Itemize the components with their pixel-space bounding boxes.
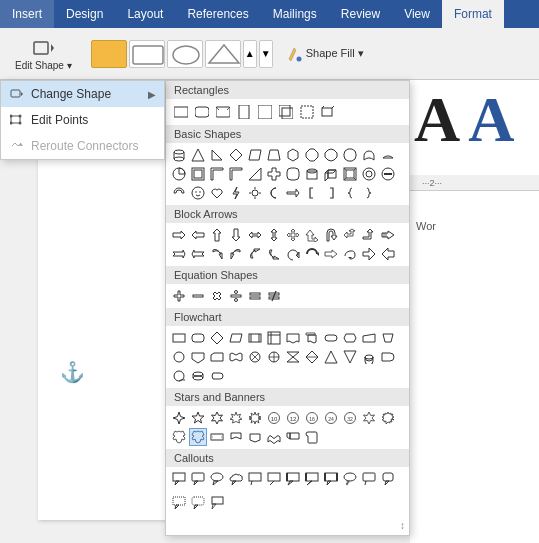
shape-bracketleft[interactable] [303, 184, 321, 202]
arrow-r3b[interactable] [379, 245, 397, 263]
arrow-bent-up[interactable] [303, 226, 321, 244]
shape-lightning[interactable] [227, 184, 245, 202]
rect-7[interactable] [298, 103, 316, 121]
arrow-right-block[interactable] [170, 226, 188, 244]
shape-12gon[interactable] [341, 146, 359, 164]
shape-brace-left[interactable] [341, 184, 359, 202]
shape-brace-right[interactable] [360, 184, 378, 202]
shape-sun[interactable] [246, 184, 264, 202]
flow-manual-input[interactable] [360, 329, 378, 347]
callout-rect[interactable] [170, 470, 188, 488]
shape-noentry[interactable] [379, 165, 397, 183]
shape-frame[interactable] [189, 165, 207, 183]
shape-triangle[interactable] [189, 146, 207, 164]
shape-trapezoid[interactable] [265, 146, 283, 164]
callout-rect-line[interactable] [360, 470, 378, 488]
flow-multidoc[interactable] [303, 329, 321, 347]
star-8pt[interactable] [246, 409, 264, 427]
callout-accent2[interactable] [303, 470, 321, 488]
arrow-curved-left[interactable] [227, 245, 245, 263]
shape-octagon[interactable] [303, 146, 321, 164]
flow-sort[interactable] [303, 348, 321, 366]
shape-parallelogram[interactable] [246, 146, 264, 164]
banner-selected[interactable] [189, 428, 207, 446]
star-6pt-b[interactable] [360, 409, 378, 427]
star-24pt[interactable]: 24 [322, 409, 340, 427]
arrow-left-block[interactable] [189, 226, 207, 244]
banner-wave1[interactable] [265, 428, 283, 446]
eq-divide[interactable] [227, 287, 245, 305]
shape-diamond[interactable] [227, 146, 245, 164]
flow-process[interactable] [170, 329, 188, 347]
shape-corner[interactable] [227, 165, 245, 183]
arrow-r3a[interactable] [360, 245, 378, 263]
callout-extra1[interactable] [170, 494, 188, 512]
star-7pt[interactable] [227, 409, 245, 427]
tab-format[interactable]: Format [442, 0, 504, 28]
shape-smiley[interactable] [189, 184, 207, 202]
flow-alt-process[interactable] [189, 329, 207, 347]
arrow-up-block[interactable] [208, 226, 226, 244]
shape-pie[interactable] [170, 165, 188, 183]
arrow-bentright[interactable] [360, 226, 378, 244]
callout-small[interactable] [379, 470, 397, 488]
shape-bracketright[interactable] [322, 184, 340, 202]
banner-irregular-seal1[interactable] [379, 409, 397, 427]
banner-wave2[interactable] [284, 428, 302, 446]
flow-punched-tape[interactable] [227, 348, 245, 366]
tab-references[interactable]: References [175, 0, 260, 28]
arrow-striped[interactable] [379, 226, 397, 244]
shape-moon[interactable] [265, 184, 283, 202]
flow-manual-op[interactable] [379, 329, 397, 347]
tab-view[interactable]: View [392, 0, 442, 28]
tab-insert[interactable]: Insert [0, 0, 54, 28]
shape-fill-button[interactable]: Shape Fill ▾ [277, 41, 373, 67]
arrow-uturn[interactable] [322, 226, 340, 244]
rect-6[interactable] [277, 103, 295, 121]
eq-minus[interactable] [189, 287, 207, 305]
flow-decision[interactable] [208, 329, 226, 347]
rect-1[interactable] [172, 103, 190, 121]
arrow-updown-block[interactable] [265, 226, 283, 244]
shape-cube[interactable] [322, 165, 340, 183]
arrow-notch-left[interactable] [189, 245, 207, 263]
star-16pt[interactable]: 16 [303, 409, 321, 427]
flow-merge[interactable] [341, 348, 359, 366]
shape-arc[interactable] [360, 146, 378, 164]
tab-review[interactable]: Review [329, 0, 392, 28]
arrow-curved-down[interactable] [265, 245, 283, 263]
flow-or[interactable] [265, 348, 283, 366]
star-5pt[interactable] [189, 409, 207, 427]
menu-item-edit-points[interactable]: Edit Points [1, 107, 164, 133]
menu-item-change-shape[interactable]: Change Shape ▶ [1, 81, 164, 107]
shape-bevelrect[interactable] [341, 165, 359, 183]
rect-2[interactable] [193, 103, 211, 121]
shape-thumb-3[interactable] [167, 40, 203, 68]
shape-scroll-up[interactable]: ▲ [243, 40, 257, 68]
shape-arrow-right[interactable] [284, 184, 302, 202]
arrow-circular[interactable] [303, 245, 321, 263]
banner-irregular-seal2[interactable] [170, 428, 188, 446]
shape-diag-stripe[interactable] [246, 165, 264, 183]
arrow-swirl[interactable] [341, 245, 359, 263]
shape-cylinder[interactable] [170, 146, 188, 164]
banner-down-ribbon[interactable] [246, 428, 264, 446]
arrow-quad-block[interactable] [284, 226, 302, 244]
callout-oval[interactable] [208, 470, 226, 488]
star-4pt[interactable] [170, 409, 188, 427]
flow-delay[interactable] [379, 348, 397, 366]
shape-rtriangle[interactable] [208, 146, 226, 164]
banner-up-ribbon[interactable] [227, 428, 245, 446]
shape-heart[interactable] [208, 184, 226, 202]
star-32pt[interactable]: 32 [341, 409, 359, 427]
flow-data[interactable] [227, 329, 245, 347]
flow-off-page-connector[interactable] [189, 348, 207, 366]
tab-layout[interactable]: Layout [115, 0, 175, 28]
shape-donut[interactable] [360, 165, 378, 183]
shape-hexagon[interactable] [284, 146, 302, 164]
tab-mailings[interactable]: Mailings [261, 0, 329, 28]
arrow-leftup[interactable] [341, 226, 359, 244]
flow-extract[interactable] [322, 348, 340, 366]
shape-plaque[interactable] [284, 165, 302, 183]
callout-extra2[interactable] [189, 494, 207, 512]
